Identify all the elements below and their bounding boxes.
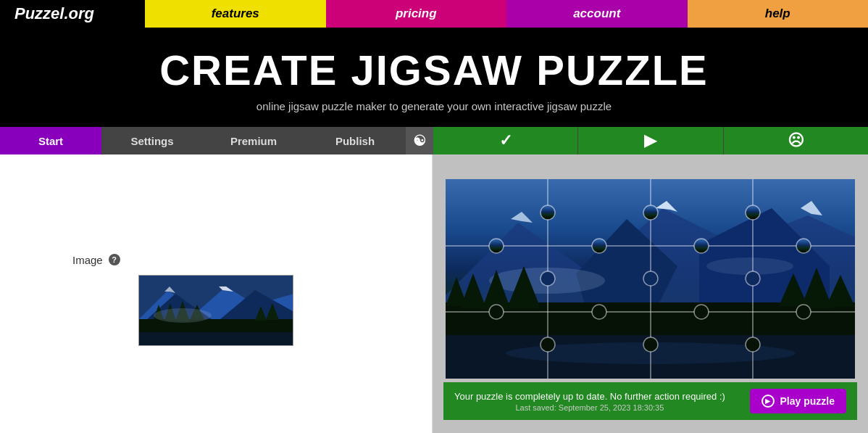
tab-settings[interactable]: Settings bbox=[101, 127, 203, 154]
svg-rect-14 bbox=[139, 332, 293, 346]
svg-point-52 bbox=[643, 205, 658, 220]
status-saved-text: Last saved: September 25, 2023 18:30:35 bbox=[515, 403, 664, 412]
svg-point-53 bbox=[643, 271, 658, 286]
svg-point-56 bbox=[746, 271, 760, 286]
nav-account[interactable]: account bbox=[506, 0, 688, 28]
main-content: Image ? bbox=[0, 154, 868, 433]
svg-point-43 bbox=[694, 239, 709, 253]
tab-play-icon[interactable]: ▶ bbox=[577, 127, 722, 154]
svg-point-44 bbox=[796, 239, 811, 253]
image-help-icon[interactable]: ? bbox=[109, 254, 120, 265]
svg-point-50 bbox=[541, 271, 555, 286]
svg-point-55 bbox=[746, 205, 760, 220]
svg-point-42 bbox=[592, 239, 606, 253]
status-text-block: Your puzzle is completely up to date. No… bbox=[454, 391, 725, 412]
hero-title: CREATE JIGSAW PUZZLE bbox=[0, 46, 868, 94]
tab-premium[interactable]: Premium bbox=[203, 127, 304, 154]
svg-point-45 bbox=[489, 305, 504, 319]
puzzle-preview bbox=[446, 179, 855, 379]
svg-point-47 bbox=[694, 305, 709, 319]
status-bar: Your puzzle is completely up to date. No… bbox=[443, 382, 857, 420]
nav-features[interactable]: features bbox=[145, 0, 326, 28]
hero-section: CREATE JIGSAW PUZZLE online jigsaw puzzl… bbox=[0, 28, 868, 127]
puzzle-thumbnail[interactable] bbox=[138, 275, 293, 346]
play-button-icon: ▶ bbox=[761, 395, 775, 408]
logo[interactable]: Puzzel.org bbox=[14, 4, 94, 23]
puzzle-image-svg bbox=[446, 179, 855, 379]
tab-start[interactable]: Start bbox=[0, 127, 101, 154]
play-puzzle-button[interactable]: ▶ Play puzzle bbox=[750, 389, 846, 413]
svg-point-54 bbox=[643, 337, 658, 352]
svg-point-15 bbox=[154, 308, 212, 323]
top-navigation: Puzzel.org features pricing account help bbox=[0, 0, 868, 28]
yin-yang-icon[interactable]: ☯ bbox=[406, 127, 433, 154]
tabs-bar: Start Settings Premium Publish ☯ ✓ ▶ ☹ bbox=[0, 127, 868, 154]
hero-subtitle: online jigsaw puzzle maker to generate y… bbox=[0, 100, 868, 112]
play-button-label: Play puzzle bbox=[780, 395, 835, 407]
svg-point-48 bbox=[796, 305, 811, 319]
nav-pricing[interactable]: pricing bbox=[326, 0, 507, 28]
right-panel: Your puzzle is completely up to date. No… bbox=[433, 154, 868, 433]
image-label: Image bbox=[72, 254, 103, 266]
thumbnail-svg bbox=[139, 276, 293, 346]
left-panel: Image ? bbox=[0, 154, 433, 433]
tab-publish[interactable]: Publish bbox=[304, 127, 406, 154]
nav-help[interactable]: help bbox=[688, 0, 869, 28]
logo-area: Puzzel.org bbox=[0, 0, 145, 28]
svg-point-46 bbox=[592, 305, 606, 319]
status-main-text: Your puzzle is completely up to date. No… bbox=[454, 391, 725, 402]
svg-point-41 bbox=[489, 239, 504, 253]
svg-point-57 bbox=[746, 337, 760, 352]
svg-point-51 bbox=[541, 337, 555, 352]
tab-share-icon[interactable]: ☹ bbox=[723, 127, 868, 154]
tab-check[interactable]: ✓ bbox=[433, 127, 577, 154]
svg-point-49 bbox=[541, 205, 555, 220]
image-label-row: Image ? bbox=[72, 254, 120, 266]
